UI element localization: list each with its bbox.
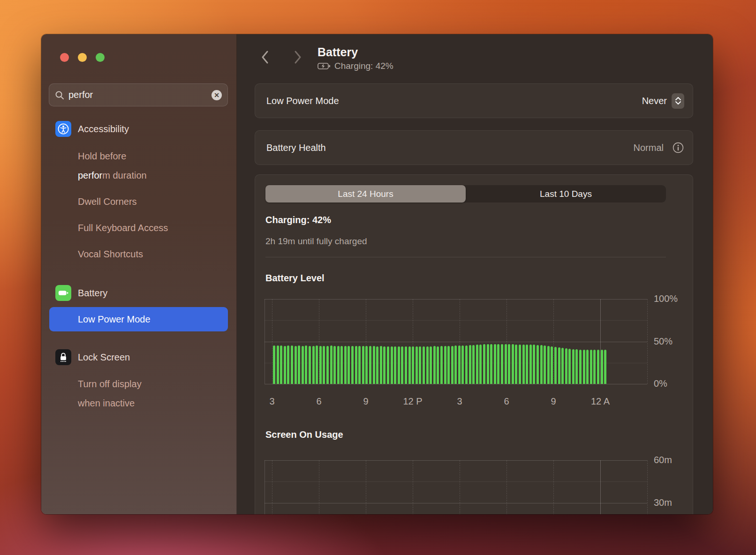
sidebar-item-accessibility[interactable]: Accessibility — [55, 121, 129, 137]
battery-level-bar — [512, 344, 514, 384]
battery-level-bar — [461, 345, 464, 384]
battery-level-bar — [362, 346, 364, 384]
x-axis-label: 3 — [269, 396, 274, 407]
info-icon[interactable] — [672, 142, 684, 154]
tab-last-24-hours[interactable]: Last 24 Hours — [265, 185, 466, 202]
sidebar-item-low-power-mode-selected[interactable]: Low Power Mode — [49, 307, 228, 331]
sidebar-item-hold-before-perform-duration[interactable]: Hold before — [78, 151, 126, 162]
sidebar-item-hold-before-perform-duration-line2[interactable]: perform duration — [78, 170, 147, 181]
battery-level-bar — [291, 345, 293, 384]
search-input[interactable] — [68, 90, 207, 100]
x-axis-label: 12 P — [403, 396, 422, 407]
close-button[interactable] — [60, 53, 69, 62]
battery-level-bar — [472, 345, 475, 384]
battery-level-bar — [526, 345, 528, 384]
sidebar-item-full-keyboard-access[interactable]: Full Keyboard Access — [78, 223, 168, 233]
sidebar-item-vocal-shortcuts[interactable]: Vocal Shortcuts — [78, 249, 143, 260]
forward-button[interactable] — [291, 50, 304, 64]
gridline-vertical — [553, 460, 554, 514]
low-power-mode-card: Low Power Mode Never — [255, 83, 693, 118]
battery-level-bar — [333, 346, 336, 384]
battery-level-bar — [515, 345, 517, 384]
battery-level-bar — [497, 344, 499, 384]
battery-level-bar — [554, 347, 557, 384]
battery-level-bar — [558, 347, 560, 384]
y-axis-label: 60m — [654, 455, 691, 465]
battery-pane: Battery Charging: 42% Low Power Mode Nev… — [237, 34, 713, 514]
battery-level-bar — [298, 345, 300, 384]
sidebar-item-label: Lock Screen — [78, 352, 130, 363]
back-button[interactable] — [258, 50, 272, 64]
sidebar-item-lock-screen[interactable]: Lock Screen — [55, 349, 130, 365]
low-power-mode-select[interactable] — [672, 93, 684, 109]
minimize-button[interactable] — [78, 53, 87, 62]
low-power-mode-label: Low Power Mode — [266, 96, 642, 106]
sidebar-item-battery[interactable]: Battery — [55, 285, 107, 301]
battery-level-bar — [383, 346, 386, 384]
battery-icon — [55, 285, 71, 301]
battery-level-bar — [540, 345, 543, 384]
battery-level-bar — [561, 348, 564, 384]
clear-search-icon[interactable]: ✕ — [212, 90, 222, 100]
battery-level-bar — [575, 349, 578, 384]
battery-level-bar — [387, 346, 389, 384]
system-settings-window: ✕ Accessibility Hold before perform dura… — [41, 34, 713, 514]
page-title: Battery — [318, 45, 358, 59]
tab-last-10-days[interactable]: Last 10 Days — [466, 185, 666, 202]
sidebar-item-dwell-corners[interactable]: Dwell Corners — [78, 196, 137, 207]
lock-icon — [55, 349, 71, 365]
battery-level-bar — [454, 345, 457, 384]
battery-level-bar — [284, 346, 286, 384]
battery-level-bar — [537, 345, 539, 384]
battery-level-bar — [586, 350, 589, 384]
x-axis-label: 9 — [363, 396, 368, 407]
gridline-vertical — [413, 460, 413, 514]
battery-level-bar — [344, 346, 347, 384]
battery-level-bar — [323, 346, 325, 384]
battery-level-bar — [305, 345, 307, 384]
divider — [265, 257, 666, 257]
battery-level-bar — [522, 345, 525, 384]
battery-level-bar — [398, 346, 400, 384]
battery-level-bar — [337, 346, 340, 384]
battery-level-bar — [401, 346, 403, 384]
gridline-horizontal — [265, 460, 647, 461]
battery-level-bar — [319, 346, 322, 384]
battery-level-bar — [544, 345, 546, 384]
gridline-vertical — [272, 460, 272, 514]
screen-on-usage-chart-title: Screen On Usage — [265, 429, 343, 440]
gridline-vertical — [600, 460, 601, 514]
battery-level-bar — [519, 345, 521, 384]
gridline-vertical — [272, 299, 272, 384]
battery-level-bar — [330, 345, 333, 384]
battery-level-bar — [487, 344, 489, 384]
battery-usage-card: Last 24 Hours Last 10 Days Charging: 42%… — [255, 174, 693, 514]
zoom-button[interactable] — [96, 53, 105, 62]
battery-health-value: Normal — [634, 142, 664, 153]
battery-level-bar — [440, 346, 443, 384]
battery-level-bar — [405, 346, 407, 384]
sub-item-line1: Hold before — [78, 151, 126, 161]
battery-level-bar — [490, 344, 492, 384]
search-field[interactable]: ✕ — [49, 83, 228, 106]
battery-level-bar — [426, 346, 429, 384]
battery-level-bar — [355, 346, 357, 384]
battery-level-bar — [579, 350, 582, 384]
charging-status: Charging: 42% — [318, 61, 393, 71]
battery-level-bar — [423, 346, 425, 384]
battery-level-bar — [437, 346, 439, 384]
battery-level-bar — [376, 346, 378, 384]
sidebar-item-turn-off-display-line2[interactable]: when inactive — [78, 398, 135, 409]
battery-level-bar — [373, 346, 375, 384]
y-axis-label: 30m — [654, 497, 691, 508]
y-axis-label: 50% — [654, 336, 691, 347]
sidebar-item-turn-off-display[interactable]: Turn off display — [78, 379, 142, 390]
battery-level-bar — [483, 344, 485, 384]
screen-on-usage-chart: 60m30m — [265, 460, 647, 514]
gridline-horizontal — [265, 384, 647, 384]
gridline-vertical — [366, 460, 366, 514]
battery-level-bar — [451, 346, 454, 384]
low-power-mode-value[interactable]: Never — [642, 96, 667, 106]
bar-series — [273, 299, 606, 384]
gridline-horizontal — [265, 503, 647, 503]
